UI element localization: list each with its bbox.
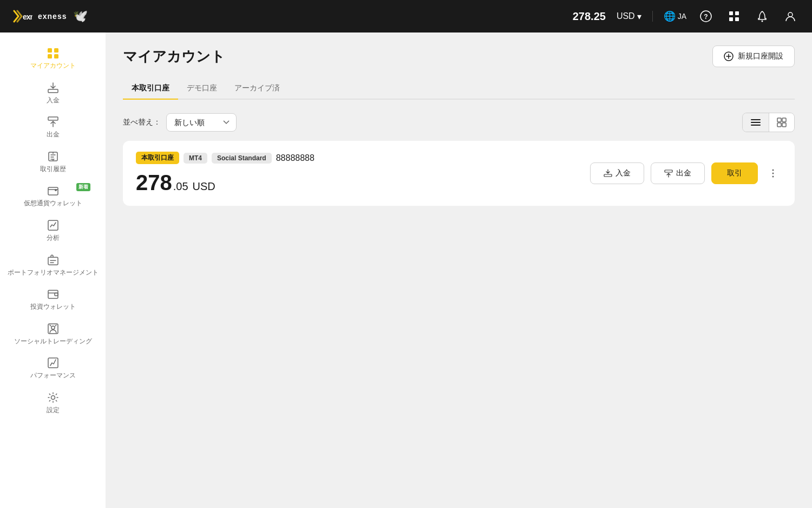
header-right: 278.25 USD ▾ 🌐 JA ? (573, 8, 799, 25)
svg-rect-11 (48, 54, 52, 58)
sidebar-item-social-trading[interactable]: ソーシャルトレーディング (0, 317, 106, 351)
sidebar-item-crypto-wallet[interactable]: 新着 仮想通貨ウォレット (0, 179, 106, 213)
grid-view-button[interactable] (769, 113, 794, 132)
tab-live[interactable]: 本取引口座 (123, 78, 178, 100)
sidebar-item-portfolio[interactable]: ポートフォリオマネージメント (0, 248, 106, 283)
sidebar-item-deposit[interactable]: 入金 (0, 76, 106, 110)
sidebar-item-label: 分析 (47, 234, 60, 243)
lang-label: JA (678, 12, 686, 21)
header-divider (652, 11, 653, 22)
invest-wallet-icon (45, 288, 61, 301)
currency-chevron-icon: ▾ (637, 11, 641, 22)
sort-label: 並べ替え： (123, 118, 161, 127)
settings-icon (45, 391, 61, 404)
svg-point-34 (772, 176, 774, 178)
balance-main: 278 (136, 171, 172, 195)
sidebar-item-label: 投資ウォレット (30, 303, 76, 311)
language-selector[interactable]: 🌐 JA (664, 10, 686, 22)
sort-select[interactable]: 新しい順 古い順 残高順 (166, 113, 237, 132)
balance-decimal: .05 (173, 180, 188, 193)
toolbar: 並べ替え： 新しい順 古い順 残高順 (123, 113, 795, 132)
new-badge: 新着 (76, 183, 90, 191)
svg-rect-10 (54, 48, 58, 53)
sidebar-item-trade-history[interactable]: 取引履歴 (0, 145, 106, 179)
sidebar: マイアカウント 入金 出金 (0, 32, 106, 508)
currency-label: USD (617, 11, 635, 21)
logo-section: exness exness 🕊️ (13, 9, 88, 23)
svg-point-32 (772, 170, 774, 171)
svg-rect-14 (48, 117, 58, 120)
balance-currency: USD (193, 180, 215, 193)
header: exness exness 🕊️ 278.25 USD ▾ 🌐 JA ? (0, 0, 812, 32)
svg-rect-28 (777, 123, 781, 127)
new-account-button[interactable]: 新規口座開設 (712, 45, 795, 67)
sidebar-item-performance[interactable]: パフォーマンス (0, 351, 106, 386)
view-toggle (742, 113, 795, 132)
deposit-icon (45, 81, 61, 94)
dove-icon: 🕊️ (73, 9, 88, 23)
svg-rect-29 (782, 123, 786, 127)
svg-rect-4 (735, 11, 739, 15)
globe-icon: 🌐 (664, 10, 676, 22)
sidebar-item-label: 入金 (47, 96, 60, 105)
analytics-icon (45, 219, 61, 232)
sidebar-item-label: 出金 (47, 131, 60, 139)
my-account-icon (45, 47, 61, 60)
exness-logo: exness exness (13, 10, 67, 23)
sidebar-item-withdrawal[interactable]: 出金 (0, 110, 106, 145)
header-balance: 278.25 (573, 10, 606, 23)
balance-value: 278.25 (573, 10, 606, 23)
tab-live-label: 本取引口座 (132, 83, 169, 92)
sidebar-item-label: ソーシャルトレーディング (14, 337, 92, 346)
sidebar-item-label: マイアカウント (30, 62, 76, 70)
svg-rect-31 (665, 170, 672, 172)
trade-label: 取引 (727, 168, 742, 178)
deposit-button[interactable]: 入金 (590, 162, 644, 184)
new-account-label: 新規口座開設 (738, 51, 783, 61)
trade-button[interactable]: 取引 (711, 162, 758, 184)
tab-archived[interactable]: アーカイブ済 (226, 78, 289, 100)
apps-button[interactable] (725, 8, 743, 25)
svg-rect-18 (48, 257, 58, 265)
content-area: マイアカウント 新規口座開設 本取引口座 デモ口座 アーカイブ済 (106, 32, 812, 508)
sidebar-item-label: 取引履歴 (40, 165, 66, 174)
withdraw-button[interactable]: 出金 (651, 162, 705, 184)
trade-history-icon (45, 150, 61, 163)
main-layout: マイアカウント 入金 出金 (0, 32, 812, 508)
page-title: マイアカウント (123, 47, 225, 66)
tab-demo[interactable]: デモ口座 (178, 78, 226, 100)
sidebar-item-invest-wallet[interactable]: 投資ウォレット (0, 282, 106, 317)
social-trading-icon (45, 322, 61, 335)
svg-point-8 (788, 12, 793, 17)
user-profile-button[interactable] (782, 8, 799, 25)
performance-icon (45, 356, 61, 369)
deposit-icon (604, 169, 612, 178)
withdraw-icon (664, 169, 673, 178)
deposit-label: 入金 (615, 168, 631, 178)
account-card: 本取引口座 MT4 Social Standard 88888888 278 .… (123, 141, 795, 206)
help-button[interactable]: ? (697, 8, 715, 25)
account-number: 88888888 (276, 153, 315, 163)
sidebar-item-my-account[interactable]: マイアカウント (0, 41, 106, 76)
sidebar-item-analytics[interactable]: 分析 (0, 213, 106, 248)
social-tag: Social Standard (212, 153, 272, 164)
account-tabs: 本取引口座 デモ口座 アーカイブ済 (123, 78, 795, 100)
grid-view-icon (777, 118, 787, 127)
withdrawal-icon (45, 115, 61, 128)
list-view-button[interactable] (743, 113, 769, 132)
withdraw-label: 出金 (676, 168, 691, 178)
account-actions: 入金 出金 取引 (590, 162, 782, 184)
svg-point-7 (762, 21, 763, 22)
crypto-wallet-icon (45, 184, 61, 197)
notifications-button[interactable] (754, 8, 771, 25)
svg-text:?: ? (704, 13, 708, 21)
svg-point-33 (772, 173, 774, 174)
svg-point-22 (51, 326, 55, 329)
svg-rect-3 (729, 11, 733, 15)
sidebar-item-label: 仮想通貨ウォレット (24, 199, 82, 208)
sort-section: 並べ替え： 新しい順 古い順 残高順 (123, 113, 237, 132)
currency-selector[interactable]: USD ▾ (617, 11, 641, 22)
live-tag: 本取引口座 (136, 152, 179, 164)
more-options-button[interactable] (764, 165, 782, 182)
sidebar-item-settings[interactable]: 設定 (0, 386, 106, 420)
